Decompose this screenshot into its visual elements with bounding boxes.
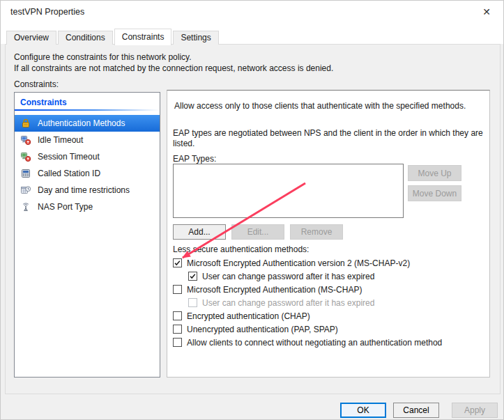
constraints-label: Constraints:	[14, 79, 59, 89]
sidebar-item-label: Idle Timeout	[38, 135, 83, 145]
title-bar: testVPN Properties ✕	[1, 1, 503, 23]
checkbox-label: Microsoft Encrypted Authentication (MS-C…	[187, 285, 362, 295]
description-line-1: Configure the constraints for this netwo…	[14, 52, 333, 63]
checked-checkbox[interactable]	[188, 272, 197, 281]
tab-page-constraints: Configure the constraints for this netwo…	[5, 44, 501, 394]
authentication-methods-panel: Allow access only to those clients that …	[167, 90, 490, 378]
ok-button[interactable]: OK	[340, 403, 386, 418]
checkbox-label: Unencrypted authentication (PAP, SPAP)	[187, 325, 338, 334]
sidebar-item-label: Authentication Methods	[38, 118, 125, 128]
checkbox-label: Allow clients to connect without negotia…	[187, 338, 442, 348]
padlock-icon	[20, 118, 31, 129]
session-timeout-icon	[20, 151, 31, 162]
sidebar-item-label: Called Station ID	[38, 169, 100, 178]
checkbox-label: User can change password after it has ex…	[202, 272, 374, 281]
nas-port-icon	[20, 201, 31, 212]
panel-intro-text: Allow access only to those clients that …	[174, 101, 488, 111]
window-title: testVPN Properties	[10, 7, 84, 17]
sidebar-item-idle-timeout[interactable]: Idle Timeout	[15, 132, 160, 148]
constraints-listbox[interactable]: Constraints Authentication MethodsIdle T…	[14, 92, 160, 378]
tab-strip: OverviewConditionsConstraintsSettings	[6, 29, 220, 45]
dialog-footer: OK Cancel Apply	[1, 394, 504, 420]
remove-button[interactable]: Remove	[290, 224, 343, 240]
checkbox-label: User can change password after it has ex…	[202, 298, 374, 308]
day-time-icon	[20, 185, 31, 196]
checkbox-row-microsoft-encrypted-authentication-version-2-ms-chap-v2: Microsoft Encrypted Authentication versi…	[173, 256, 487, 270]
header-divider	[15, 109, 160, 111]
tab-settings[interactable]: Settings	[173, 31, 218, 45]
checkbox-row-encrypted-authentication-chap: Encrypted authentication (CHAP)	[173, 309, 487, 322]
checkbox-label: Encrypted authentication (CHAP)	[187, 311, 310, 321]
checkbox-row-unencrypted-authentication-pap-spap: Unencrypted authentication (PAP, SPAP)	[173, 322, 487, 336]
constraints-list-items: Authentication MethodsIdle TimeoutSessio…	[15, 115, 160, 215]
less-secure-label: Less secure authentication methods:	[173, 244, 309, 254]
sidebar-item-nas-port-type[interactable]: NAS Port Type	[15, 199, 160, 215]
sidebar-item-label: Session Timeout	[38, 152, 100, 162]
checkbox-label: Microsoft Encrypted Authentication versi…	[187, 258, 410, 268]
sidebar-item-day-and-time-restrictions[interactable]: Day and time restrictions	[15, 182, 160, 199]
eap-types-listbox[interactable]	[173, 164, 404, 218]
checkbox-row-allow-clients-to-connect-without-negotiating-an-authentication-method: Allow clients to connect without negotia…	[173, 336, 487, 349]
sidebar-item-label: Day and time restrictions	[38, 185, 130, 195]
sidebar-item-session-timeout[interactable]: Session Timeout	[15, 148, 160, 165]
checkbox-row-microsoft-encrypted-authentication-ms-chap: Microsoft Encrypted Authentication (MS-C…	[173, 283, 487, 296]
page-description: Configure the constraints for this netwo…	[14, 52, 333, 74]
move-up-button[interactable]: Move Up	[408, 165, 461, 181]
dialog-testvpn-properties: testVPN Properties ✕ OverviewConditionsC…	[0, 0, 504, 420]
eap-negotiation-text: EAP types are negotiated between NPS and…	[173, 128, 488, 149]
apply-button[interactable]: Apply	[452, 403, 498, 418]
unchecked-checkbox[interactable]	[173, 285, 182, 294]
description-line-2: If all constraints are not matched by th…	[14, 63, 333, 74]
unchecked-checkbox[interactable]	[173, 338, 182, 347]
add-button[interactable]: Add...	[173, 224, 226, 240]
close-icon[interactable]: ✕	[477, 3, 496, 20]
unchecked-checkbox[interactable]	[188, 298, 197, 307]
unchecked-checkbox[interactable]	[173, 311, 182, 320]
cancel-button[interactable]: Cancel	[393, 403, 439, 418]
auth-checkbox-list: Microsoft Encrypted Authentication versi…	[173, 256, 487, 349]
unchecked-checkbox[interactable]	[173, 325, 182, 334]
tab-conditions[interactable]: Conditions	[58, 31, 113, 45]
checkbox-row-user-can-change-password-after-it-has-expired: User can change password after it has ex…	[173, 296, 487, 309]
sidebar-item-authentication-methods[interactable]: Authentication Methods	[15, 115, 160, 132]
idle-timeout-icon	[20, 134, 31, 146]
called-station-icon	[20, 168, 31, 179]
constraints-list-header: Constraints	[15, 93, 160, 109]
sidebar-item-label: NAS Port Type	[38, 202, 93, 212]
eap-types-label: EAP Types:	[173, 154, 216, 164]
edit-button[interactable]: Edit...	[231, 224, 284, 240]
checkbox-row-user-can-change-password-after-it-has-expired: User can change password after it has ex…	[173, 270, 487, 283]
move-down-button[interactable]: Move Down	[408, 185, 461, 201]
tab-overview[interactable]: Overview	[6, 31, 56, 45]
checked-checkbox[interactable]	[173, 258, 182, 267]
tab-constraints[interactable]: Constraints	[114, 29, 172, 45]
sidebar-item-called-station-id[interactable]: Called Station ID	[15, 165, 160, 182]
